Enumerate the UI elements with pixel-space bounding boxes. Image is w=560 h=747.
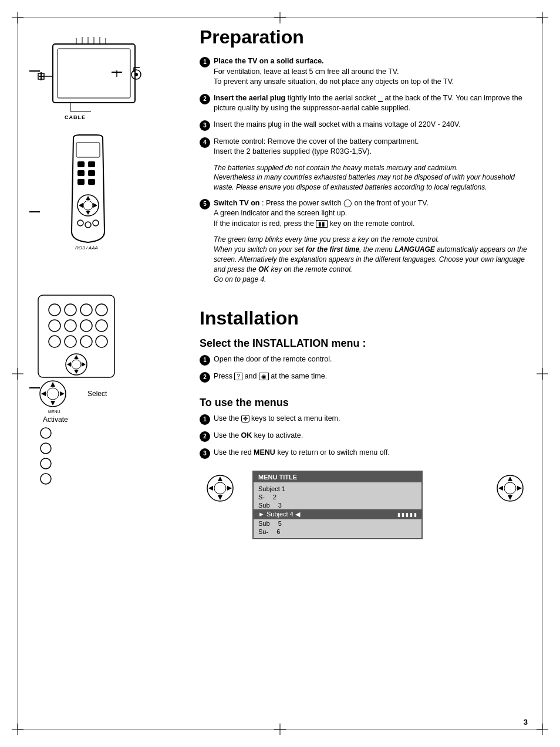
prep-step-1: 1 Place the TV on a solid surface. For v… — [200, 56, 531, 87]
crosshair-top-right — [537, 12, 548, 23]
install-step-1: 1 Open the door of the remote control. — [200, 354, 531, 366]
install-remote-image — [32, 289, 161, 385]
prep-step-5: 5 Switch TV on : Press the power switch … — [200, 198, 531, 229]
svg-rect-27 — [77, 179, 85, 185]
activate-area: Activate — [37, 415, 107, 485]
svg-rect-25 — [77, 170, 85, 176]
menu-items-area: Subject 1 S‐ 2 Sub 3 ► Subject 4 ◀ ▮▮▮▮▮… — [254, 482, 421, 538]
step-num-5: 5 — [200, 199, 210, 209]
step-num-2: 2 — [200, 94, 210, 104]
use-step-2-content: Use the OK key to activate. — [214, 431, 531, 441]
prep-step-2-bold: Insert the aerial plug — [214, 94, 285, 102]
svg-point-45 — [65, 320, 76, 332]
menu-item-2: S‐ 2 — [258, 493, 417, 501]
use-step-num-3: 3 — [200, 448, 210, 459]
svg-marker-57 — [82, 362, 86, 367]
right-column: Preparation 1 Place the TV on a solid su… — [182, 26, 531, 721]
svg-point-30 — [83, 201, 93, 210]
svg-text:MENU: MENU — [48, 410, 60, 414]
prep-italic-text-1: The batteries supplied do not contain th… — [214, 164, 515, 192]
crosshair-bottom-right — [537, 724, 548, 735]
use-step-num-2: 2 — [200, 431, 210, 442]
to-use-menus-title: To use the menus — [200, 397, 531, 409]
step-num-4: 4 — [200, 137, 210, 148]
menu-item-3: Sub 3 — [258, 501, 417, 509]
install-step-num-1: 1 — [200, 355, 210, 366]
crosshair-top-left — [12, 12, 23, 23]
select-label: Select — [87, 390, 107, 398]
section-divider — [200, 290, 531, 307]
prep-step-5-content: Switch TV on : Press the power switch ◯ … — [214, 198, 531, 229]
svg-rect-28 — [88, 179, 95, 185]
svg-marker-72 — [218, 495, 222, 500]
menu-item-1: Subject 1 — [258, 485, 417, 493]
svg-marker-33 — [79, 203, 83, 208]
svg-marker-78 — [508, 495, 512, 500]
select-row: MENU Select — [32, 373, 107, 414]
svg-marker-73 — [208, 486, 213, 491]
svg-marker-34 — [93, 203, 97, 208]
use-step-3-content: Use the red MENU key to return or to swi… — [214, 448, 531, 458]
crosshair-center-top — [274, 12, 286, 23]
install-step-1-content: Open the door of the remote control. — [214, 354, 531, 365]
svg-marker-63 — [60, 391, 65, 396]
step-num-1: 1 — [200, 57, 210, 67]
use-step-1: 1 Use the ✥ keys to select a menu item. — [200, 414, 531, 425]
svg-marker-32 — [86, 211, 90, 215]
prep-step-3-content: Insert the mains plug in the wall socket… — [214, 120, 531, 130]
install-step-2-content: Press ? and ◉ at the same time. — [214, 371, 531, 382]
install-step-2: 2 Press ? and ◉ at the same time. — [200, 371, 531, 383]
installation-word: INSTALLATION — [252, 337, 328, 349]
svg-rect-21 — [76, 143, 100, 157]
menu-item-4-selected: ► Subject 4 ◀ ▮▮▮▮▮ — [254, 509, 421, 519]
svg-marker-79 — [498, 486, 503, 491]
activate-label: Activate — [43, 415, 107, 424]
svg-point-70 — [214, 482, 226, 494]
prep-step-2-content: Insert the aerial plug tightly into the … — [214, 93, 531, 114]
svg-point-48 — [49, 336, 60, 347]
svg-point-76 — [504, 482, 516, 494]
prep-step-1-text: For ventilation, leave at least 5 cm fre… — [214, 67, 454, 86]
preparation-title: Preparation — [200, 26, 531, 48]
prep-step-1-content: Place the TV on a solid surface. For ven… — [214, 56, 531, 87]
svg-marker-80 — [517, 486, 522, 491]
svg-point-59 — [47, 388, 59, 400]
svg-point-13 — [134, 73, 138, 76]
svg-rect-22 — [77, 161, 85, 167]
prep-step-3: 3 Insert the mains plug in the wall sock… — [200, 120, 531, 131]
prep-step-4-text: Remote control: Remove the cover of the … — [214, 137, 419, 156]
use-step-num-1: 1 — [200, 414, 210, 425]
svg-point-36 — [85, 222, 91, 228]
installation-title: Installation — [200, 307, 531, 329]
svg-point-50 — [80, 336, 92, 347]
svg-point-40 — [49, 304, 60, 316]
menu-diagram-area: MENU TITLE Subject 1 S‐ 2 Sub 3 ► Subjec… — [200, 471, 531, 539]
svg-point-43 — [96, 304, 107, 316]
install-step-num-2: 2 — [200, 372, 210, 383]
install-step-2-text: Press ? and ◉ at the same time. — [214, 372, 327, 380]
use-step-3: 3 Use the red MENU key to return or to s… — [200, 448, 531, 459]
use-step-3-text: Use the red MENU key to return or to swi… — [214, 448, 390, 457]
svg-point-42 — [80, 304, 92, 316]
svg-point-46 — [80, 320, 92, 332]
select-installation-title: Select the INSTALLATION menu : — [200, 337, 531, 350]
select-activate-area: MENU Select Activate — [32, 373, 107, 485]
svg-marker-54 — [74, 355, 79, 359]
svg-marker-74 — [227, 486, 232, 491]
menu-title-bar: MENU TITLE — [254, 472, 421, 482]
tv-back-image: CABLE — [35, 32, 147, 125]
svg-text:CABLE: CABLE — [65, 114, 86, 120]
svg-marker-60 — [50, 382, 55, 387]
svg-point-53 — [72, 360, 81, 369]
left-column: CABLE — [29, 26, 182, 721]
svg-point-49 — [65, 336, 76, 347]
prep-italic-note-1: The batteries supplied do not contain th… — [214, 163, 531, 192]
prep-step-4-content: Remote control: Remove the cover of the … — [214, 137, 531, 157]
svg-marker-71 — [218, 476, 222, 481]
crosshair-center-left — [12, 368, 23, 380]
use-step-1-text: Use the ✥ keys to select a menu item. — [214, 414, 340, 422]
svg-marker-77 — [508, 476, 512, 481]
prep-step-3-text: Insert the mains plug in the wall socket… — [214, 120, 461, 129]
svg-point-41 — [65, 304, 76, 316]
use-step-2-text: Use the OK key to activate. — [214, 431, 303, 440]
